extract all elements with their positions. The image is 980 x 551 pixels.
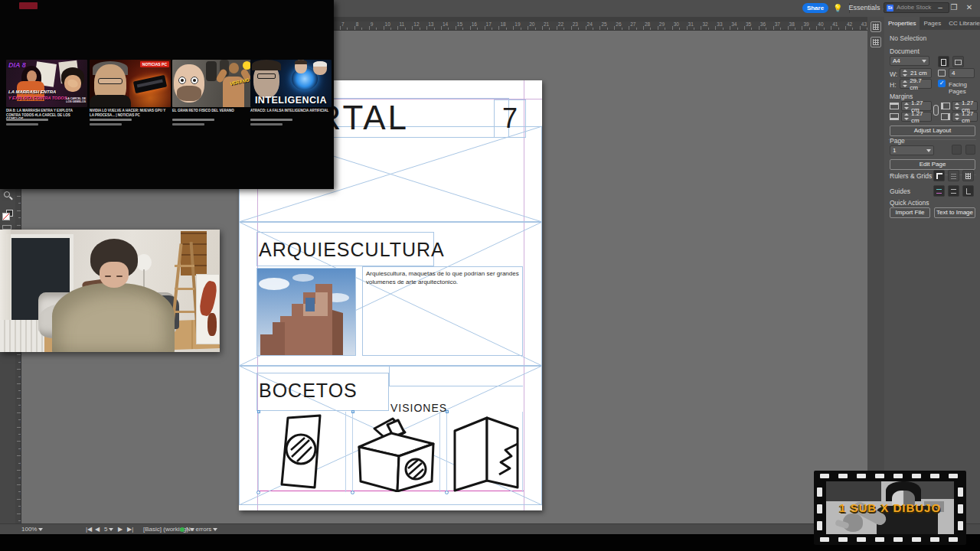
heading-bocetos[interactable]: BOCETOS	[256, 373, 389, 411]
tab-pages[interactable]: Pages	[920, 17, 945, 30]
screen: Share 💡 Essentials ⌄ St Adobe Stock – ❐ …	[0, 0, 980, 551]
preflight-status[interactable]: No errors	[180, 524, 217, 534]
sketch-frame-2[interactable]	[352, 412, 440, 492]
stepper-icon[interactable]	[955, 113, 959, 120]
width-label: W:	[890, 70, 897, 78]
sketch-slab	[259, 412, 347, 492]
restore-button[interactable]: ❐	[948, 0, 960, 15]
zoom-level-dropdown[interactable]: 100%	[21, 524, 43, 534]
minimize-button[interactable]: –	[934, 0, 946, 15]
current-page-dropdown[interactable]: 1	[890, 145, 934, 155]
stepper-icon[interactable]	[904, 113, 909, 120]
tab-properties[interactable]: Properties	[884, 17, 920, 30]
baseline-grid-button[interactable]	[948, 170, 959, 181]
webcam-feed	[0, 230, 220, 352]
add-page-button[interactable]	[952, 145, 962, 155]
video-channel-3	[172, 119, 214, 121]
height-label: H:	[890, 81, 897, 89]
show-rulers-button[interactable]	[933, 170, 945, 181]
panel-dock	[867, 17, 884, 523]
stepper-icon[interactable]	[903, 70, 908, 77]
tab-cc-libraries[interactable]: CC Libraries	[945, 17, 980, 30]
height-field[interactable]: 29.7 cm	[900, 79, 932, 89]
margin-right-icon	[941, 113, 950, 120]
last-page-button[interactable]: ▶|	[127, 524, 133, 534]
video-views-2	[90, 123, 122, 126]
margin-bottom-value: 1.27 cm	[911, 110, 929, 124]
video-title-3[interactable]: EL GRAN RETO FISICO DEL VERANO	[172, 109, 253, 113]
portrait-orientation-button[interactable]	[938, 56, 949, 67]
link-margins-icon[interactable]	[933, 105, 939, 116]
frame-anchor	[446, 410, 449, 413]
page-number-dropdown[interactable]: 5	[104, 524, 113, 534]
fill-swatch-none[interactable]	[2, 213, 10, 220]
links-panel-icon[interactable]	[871, 37, 881, 47]
adjust-layout-button[interactable]: Adjust Layout	[890, 126, 975, 136]
smart-guides-button[interactable]	[962, 185, 974, 197]
easel-rung	[175, 311, 194, 313]
sketch-frame-1[interactable]	[258, 412, 346, 492]
preflight-status-text: No errors	[186, 524, 211, 534]
document-grid-button[interactable]	[962, 170, 974, 181]
frame-edge	[389, 366, 390, 386]
search-placeholder: Adobe Stock	[897, 4, 931, 11]
landscape-orientation-button[interactable]	[952, 56, 964, 67]
sketch-box	[353, 412, 441, 492]
margin-right-field[interactable]: 1.27 cm	[952, 112, 978, 122]
stepper-icon[interactable]	[903, 80, 907, 87]
folio-frame[interactable]: 7	[494, 99, 526, 138]
video-overlay-window: DIA 8 LA MARRASH ENTRA Y EXPLOTA CONTRA …	[0, 0, 334, 189]
workspace-switcher[interactable]: Essentials ⌄	[849, 3, 887, 13]
page-size-value: A4	[893, 57, 900, 64]
facing-pages-checkbox[interactable]: ✓	[938, 80, 946, 87]
frame-anchor	[351, 410, 354, 413]
learn-bulb-icon[interactable]: 💡	[833, 3, 842, 13]
page-size-dropdown[interactable]: A4	[890, 56, 929, 66]
video-thumbnail-3[interactable]: VERANO	[172, 60, 253, 107]
thumb1-subline: Y EXPLOTA CONTRA TODOS	[8, 96, 67, 100]
guides-label: Guides	[890, 187, 910, 195]
video-title-4[interactable]: ATRACO: LA FALSA INTELIGENCIA ARTIFICIAL	[250, 109, 332, 113]
video-views-1	[6, 123, 38, 126]
rulers-grids-label: Rulers & Grids	[890, 172, 932, 180]
video-title-2[interactable]: NVIDIA LO VUELVE A HACER: NUEVAS GPU Y L…	[90, 109, 171, 117]
panel-tabs: Properties Pages CC Libraries	[884, 17, 980, 30]
text-to-image-button[interactable]: Text to Image	[934, 207, 975, 218]
margins-section-label: Margins	[890, 93, 913, 100]
document-section-label: Document	[890, 47, 920, 55]
zoom-level-value: 100%	[21, 524, 37, 534]
margin-right-value: 1.27 cm	[962, 110, 975, 124]
edit-page-button[interactable]: Edit Page	[890, 159, 975, 170]
first-page-button[interactable]: |◀	[86, 524, 92, 534]
architecture-photo-frame[interactable]	[256, 268, 356, 356]
pages-count-value: 4	[952, 70, 955, 77]
page-number-value: 5	[104, 524, 107, 534]
stepper-icon[interactable]	[955, 103, 959, 109]
previous-page-button[interactable]: ◀	[95, 524, 100, 534]
frame-anchor	[256, 491, 260, 494]
margin-bottom-field[interactable]: 1.27 cm	[901, 112, 932, 122]
stepper-icon[interactable]	[904, 103, 909, 109]
sketch-frame-3[interactable]	[446, 412, 523, 492]
frame-anchor	[445, 491, 449, 494]
facing-pages-label: Facing Pages	[949, 81, 980, 95]
show-guides-button[interactable]	[933, 185, 945, 197]
next-page-button[interactable]: ▶	[118, 524, 122, 534]
video-thumbnail-2[interactable]: NOTICIAS PC	[90, 60, 171, 107]
pages-panel-icon[interactable]	[871, 21, 881, 32]
width-value: 21 cm	[910, 70, 927, 77]
body-text-frame[interactable]: Arquiescultura, maquetas de lo que podrí…	[362, 266, 523, 356]
current-page-value: 1	[893, 147, 896, 154]
share-button[interactable]: Share	[802, 3, 828, 13]
video-thumbnail-1[interactable]: DIA 8 LA MARRASH ENTRA Y EXPLOTA CONTRA …	[6, 60, 87, 107]
heading-arquiescultura[interactable]: ARQUIESCULTURA	[256, 232, 434, 266]
video-thumbnail-4[interactable]: INTELIGENCIA	[250, 60, 332, 107]
close-button[interactable]: ✕	[963, 0, 975, 15]
frame-anchor	[257, 410, 260, 413]
architecture-photo	[257, 269, 356, 356]
video-channel-1	[6, 119, 48, 121]
import-file-button[interactable]: Import File	[890, 207, 930, 218]
pages-count-field[interactable]: 4	[949, 68, 975, 78]
delete-page-button[interactable]	[965, 145, 975, 155]
lock-guides-button[interactable]	[948, 185, 959, 197]
